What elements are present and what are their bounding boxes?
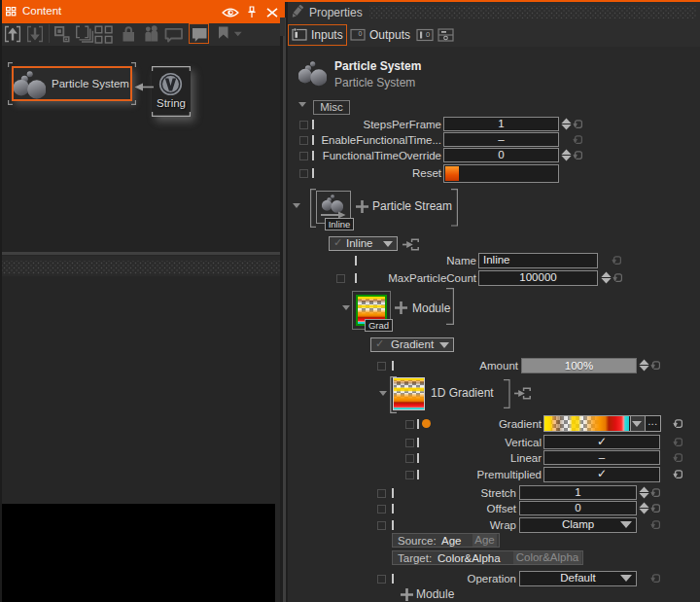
svg-text:0: 0	[426, 30, 430, 39]
svg-text:0: 0	[359, 30, 363, 37]
